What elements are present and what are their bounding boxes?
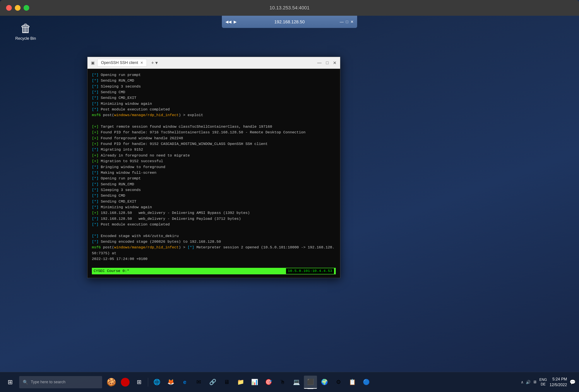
terminal-prompt-line: msf6 post(windows/manage/rdp_hid_infect)… xyxy=(92,112,336,118)
notification-button[interactable]: 💬 xyxy=(570,379,576,385)
terminal-line xyxy=(92,228,336,233)
mac-titlebar: 10.13.253.54:4001 xyxy=(0,0,579,16)
terminal-line: [+] Target remote session found window c… xyxy=(92,124,336,130)
rdp-close[interactable]: ✕ xyxy=(350,19,354,24)
recycle-bin-label: Recycle Bin xyxy=(15,36,36,41)
terminal-line: [*] Sleeping 3 seconds xyxy=(92,187,336,193)
rdp-bar-left: ◀◀ ▶ xyxy=(225,19,237,24)
close-button[interactable] xyxy=(6,5,12,11)
terminal-line: [*] Sending encoded stage (200826 bytes)… xyxy=(92,239,336,245)
chevron-up-icon[interactable]: ∧ xyxy=(521,380,524,385)
taskbar-item-app5[interactable]: ⚙ xyxy=(332,376,345,389)
terminal-line xyxy=(92,118,336,124)
terminal-line xyxy=(92,262,336,268)
new-tab-button[interactable]: + ▾ xyxy=(151,60,158,66)
terminal-close-button[interactable]: ✕ xyxy=(333,60,337,66)
taskbar-item-app3[interactable]: 💻 xyxy=(290,376,303,389)
time: 5:24 PM xyxy=(550,377,567,382)
taskbar-item-mail[interactable]: ✉ xyxy=(192,376,205,389)
red-dot-icon[interactable] xyxy=(119,376,132,389)
terminal-line: [*] Opening run prompt xyxy=(92,176,336,181)
terminal-line: [*] Minimizing window again xyxy=(92,205,336,210)
tab-label: OpenSSH SSH client xyxy=(101,61,138,65)
cursor-right: 10.5.0.101:10.4.4.53 xyxy=(286,268,334,274)
traffic-lights xyxy=(6,5,29,11)
taskbar-system-tray: ∧ 🔊 🖥 ENG DE 5:24 PM 12/5/2022 💬 xyxy=(521,377,576,388)
taskbar: ⊞ 🔍 Type here to search 🍪 ⊞ 🌐 🦊 e ✉ 🔗 🖥 … xyxy=(0,372,579,392)
terminal-line: [*] 192.168.128.50 web_delivery - Delive… xyxy=(92,216,336,222)
lang-region: DE xyxy=(539,382,547,387)
start-button[interactable]: ⊞ xyxy=(3,376,17,389)
taskbar-item-wireshark[interactable]: 📊 xyxy=(248,376,261,389)
taskbar-item-firefox[interactable]: 🦊 xyxy=(164,376,177,389)
taskbar-item-explorer[interactable]: 📁 xyxy=(234,376,247,389)
rdp-maximize[interactable]: □ xyxy=(346,20,348,24)
taskbar-item-app1[interactable]: 🎯 xyxy=(262,376,275,389)
terminal-tab[interactable]: OpenSSH SSH client ✕ xyxy=(97,59,147,67)
search-placeholder: Type here to search xyxy=(31,380,66,384)
maximize-button[interactable] xyxy=(24,5,29,11)
terminal-cursor-line: CYSEC Course 0:* 10.5.0.101:10.4.4.53 xyxy=(92,268,336,274)
terminal-line: [*] Sending CMD xyxy=(92,193,336,199)
rdp-signal-icon: ▶ xyxy=(234,19,237,24)
terminal-prompt-line2: msf6 post(windows/manage/rdp_hid_infect)… xyxy=(92,245,336,256)
recycle-bin-icon: 🗑 xyxy=(20,22,31,35)
terminal-line: [*] Sleeping 3 seconds xyxy=(92,84,336,89)
taskbar-item-rdp[interactable]: 🖥 xyxy=(220,376,233,389)
rdp-controls: — □ ✕ xyxy=(340,19,354,24)
clock[interactable]: 5:24 PM 12/5/2022 xyxy=(550,377,567,388)
taskbar-item-app6[interactable]: 📋 xyxy=(346,376,359,389)
system-icons: ∧ 🔊 🖥 xyxy=(521,380,537,385)
windows-logo-icon: ⊞ xyxy=(8,379,13,386)
taskbar-item-app2[interactable]: 🖱 xyxy=(276,376,289,389)
window-title: 10.13.253.54:4001 xyxy=(269,5,310,11)
terminal-line: [*] Opening run prompt xyxy=(92,72,336,78)
terminal-line: [*] Sending RUN_CMD xyxy=(92,182,336,187)
rdp-bar: ◀◀ ▶ 192.168.128.50 — □ ✕ xyxy=(222,16,357,28)
lang-code: ENG xyxy=(539,378,547,382)
terminal-line: [+] Found PID for handle: 9152 CASCADIA_… xyxy=(92,141,336,147)
task-view-button[interactable]: ⊞ xyxy=(133,376,146,389)
rdp-nav-icon[interactable]: ◀◀ xyxy=(225,19,231,24)
terminal-line: [+] Found PID for handle: 9716 TscShellC… xyxy=(92,130,336,135)
terminal-line: [*] Post module execution completed xyxy=(92,107,336,112)
terminal-line: [*] Bringing window to foreground xyxy=(92,164,336,170)
terminal-window: ▣ OpenSSH SSH client ✕ + ▾ — □ ✕ [*] Ope… xyxy=(87,57,340,278)
taskbar-item-edge[interactable]: e xyxy=(178,376,191,389)
terminal-titlebar: ▣ OpenSSH SSH client ✕ + ▾ — □ ✕ xyxy=(87,57,340,69)
terminal-line: [*] Minimizing window again xyxy=(92,101,336,107)
language-indicator[interactable]: ENG DE xyxy=(539,378,547,387)
minimize-button[interactable] xyxy=(15,5,20,11)
network-status-icon[interactable]: 🖥 xyxy=(533,380,537,385)
rdp-minimize[interactable]: — xyxy=(340,20,344,24)
taskbar-item-app7[interactable]: 🔵 xyxy=(360,376,373,389)
taskbar-item-chrome[interactable]: 🌐 xyxy=(150,376,163,389)
terminal-line: [*] Sending CMD_EXIT xyxy=(92,199,336,205)
terminal-body[interactable]: [*] Opening run prompt [*] Sending RUN_C… xyxy=(87,69,340,278)
taskbar-divider xyxy=(148,378,148,387)
terminal-line: 2022-12-05 17:24:00 +0100 xyxy=(92,256,336,262)
terminal-line: [*] Post module execution completed xyxy=(92,222,336,228)
tab-icon: ▣ xyxy=(91,61,95,65)
terminal-line: [*] Migrating into 9152 xyxy=(92,147,336,153)
terminal-minimize-button[interactable]: — xyxy=(317,60,322,66)
terminal-line: [+] Migration to 9152 successful xyxy=(92,158,336,164)
rdp-title: 192.168.128.50 xyxy=(274,19,304,24)
tab-close-icon[interactable]: ✕ xyxy=(140,61,143,65)
taskbar-item-terminal[interactable]: ⬛ xyxy=(304,376,317,389)
terminal-line: [+] 192.168.128.50 web_delivery - Delive… xyxy=(92,210,336,216)
taskbar-item-network[interactable]: 🔗 xyxy=(206,376,219,389)
gingerbread-icon[interactable]: 🍪 xyxy=(105,376,118,389)
volume-icon[interactable]: 🔊 xyxy=(526,380,531,385)
terminal-title-controls: — □ ✕ xyxy=(317,60,337,66)
terminal-line: [*] Sending CMD xyxy=(92,89,336,95)
terminal-line: [*] Making window full-screen xyxy=(92,170,336,176)
taskbar-search[interactable]: 🔍 Type here to search xyxy=(19,376,102,388)
cursor-text: CYSEC Course 0:* xyxy=(94,268,129,274)
desktop: 10.13.253.54:4001 ◀◀ ▶ 192.168.128.50 — … xyxy=(0,0,579,392)
terminal-maximize-button[interactable]: □ xyxy=(326,60,329,66)
terminal-line: [*] Sending CMD_EXIT xyxy=(92,95,336,101)
recycle-bin[interactable]: 🗑 Recycle Bin xyxy=(15,22,36,41)
terminal-line: [+] Already in foreground no need to mig… xyxy=(92,153,336,158)
taskbar-item-app4[interactable]: 🌍 xyxy=(318,376,331,389)
